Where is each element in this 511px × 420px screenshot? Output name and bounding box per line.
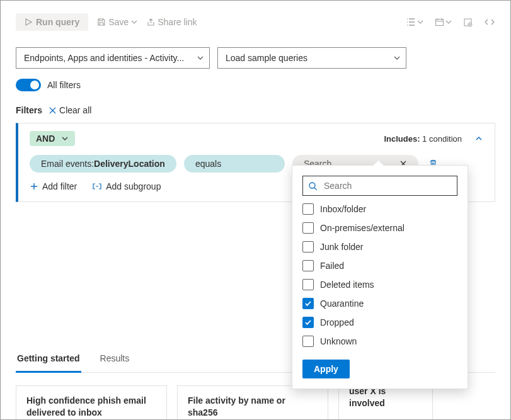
query-card[interactable]: user X is involved: [338, 385, 433, 420]
tab-getting-started[interactable]: Getting started: [16, 347, 81, 373]
popup-search-box[interactable]: [302, 176, 457, 196]
play-icon: [25, 18, 32, 26]
checkbox[interactable]: [302, 260, 314, 271]
option-row[interactable]: Inbox/folder: [302, 203, 457, 215]
command-bar-right: [406, 18, 495, 27]
field-name: DeliveryLocation: [94, 159, 165, 169]
card-title: user X is involved: [349, 386, 386, 408]
value-picker-popup: Inbox/folderOn-premises/externalJunk fol…: [292, 165, 468, 389]
all-filters-row: All filters: [16, 79, 495, 91]
checkbox[interactable]: [302, 222, 314, 234]
share-icon: [146, 18, 155, 26]
field-prefix: Email events:: [41, 159, 94, 169]
includes-value: 1 condition: [422, 134, 462, 144]
filters-header: Filters Clear all: [16, 105, 495, 115]
option-label: Junk folder: [320, 242, 363, 252]
close-icon: [49, 106, 57, 115]
popup-search-input[interactable]: [323, 180, 452, 191]
save-label: Save: [108, 17, 129, 27]
clear-all-button[interactable]: Clear all: [49, 105, 91, 115]
scope-dropdown[interactable]: Endpoints, Apps and identities - Activit…: [16, 47, 210, 69]
query-card[interactable]: High confidence phish email delivered to…: [16, 385, 167, 420]
includes-summary: Includes: 1 condition: [384, 134, 462, 144]
option-row[interactable]: Quarantine: [302, 298, 457, 309]
option-row[interactable]: Dropped: [302, 317, 457, 328]
list-view-button[interactable]: [406, 18, 423, 26]
all-filters-label: All filters: [47, 80, 81, 90]
editor-toggle-button[interactable]: [484, 18, 495, 26]
checkbox[interactable]: [302, 336, 314, 347]
clear-all-label: Clear all: [59, 105, 91, 115]
tab-label: Results: [100, 353, 130, 363]
option-row[interactable]: On-premises/external: [302, 222, 457, 234]
option-label: Inbox/folder: [320, 204, 366, 214]
checkbox[interactable]: [302, 241, 314, 253]
option-label: Quarantine: [320, 298, 364, 309]
includes-label: Includes:: [384, 134, 420, 144]
option-label: Unknown: [320, 336, 357, 346]
query-card[interactable]: File activity by name or sha256: [177, 385, 328, 420]
run-query-label: Run query: [36, 17, 79, 27]
card-title: High confidence phish email delivered to…: [26, 395, 146, 417]
tab-results[interactable]: Results: [99, 347, 131, 372]
add-subgroup-label: Add subgroup: [106, 181, 161, 191]
filter-group-header: AND Includes: 1 condition: [30, 131, 483, 146]
sample-label: Load sample queries: [226, 53, 307, 63]
app-frame: Run query Save Share link: [0, 0, 511, 420]
command-bar: Run query Save Share link: [16, 12, 495, 32]
share-label: Share link: [158, 17, 197, 27]
filter-field-pill[interactable]: Email events: DeliveryLocation: [30, 155, 176, 173]
filters-label: Filters: [16, 105, 42, 115]
date-button[interactable]: [435, 18, 452, 26]
run-query-button[interactable]: Run query: [16, 13, 88, 31]
logic-label: AND: [36, 133, 55, 144]
save-button[interactable]: Save: [97, 17, 137, 27]
schema-button[interactable]: [463, 18, 473, 27]
chevron-down-icon: [197, 54, 204, 62]
option-label: Deleted items: [320, 280, 374, 290]
option-row[interactable]: Deleted items: [302, 279, 457, 290]
checkbox[interactable]: [302, 279, 314, 290]
sample-queries-dropdown[interactable]: Load sample queries: [217, 47, 406, 69]
option-label: Dropped: [320, 317, 354, 327]
plus-icon: [30, 182, 38, 191]
add-filter-label: Add filter: [42, 181, 77, 191]
logic-operator-pill[interactable]: AND: [30, 131, 75, 146]
scope-label: Endpoints, Apps and identities - Activit…: [24, 53, 184, 63]
checkbox[interactable]: [302, 203, 314, 215]
option-row[interactable]: Unknown: [302, 336, 457, 347]
checkbox[interactable]: [302, 317, 314, 328]
svg-point-3: [309, 183, 315, 188]
chevron-down-icon: [61, 135, 69, 142]
cards-row: High confidence phish email delivered to…: [16, 385, 495, 420]
option-label: On-premises/external: [320, 223, 405, 233]
option-list: Inbox/folderOn-premises/externalJunk fol…: [302, 203, 457, 347]
add-filter-button[interactable]: Add filter: [30, 181, 77, 191]
subgroup-icon: [92, 182, 102, 191]
chevron-down-icon: [393, 54, 401, 62]
option-row[interactable]: Junk folder: [302, 241, 457, 253]
card-title: File activity by name or sha256: [188, 395, 285, 417]
add-subgroup-button[interactable]: Add subgroup: [92, 181, 161, 191]
checkbox[interactable]: [302, 298, 314, 309]
option-row[interactable]: Failed: [302, 260, 457, 271]
search-icon: [308, 181, 318, 191]
svg-rect-0: [436, 20, 444, 26]
dropdown-row: Endpoints, Apps and identities - Activit…: [16, 47, 495, 69]
tab-label: Getting started: [17, 353, 80, 363]
operator-label: equals: [195, 159, 221, 169]
save-icon: [97, 18, 106, 26]
share-link-button[interactable]: Share link: [146, 17, 197, 27]
collapse-button[interactable]: [474, 134, 483, 143]
option-label: Failed: [320, 261, 344, 271]
filter-operator-pill[interactable]: equals: [184, 155, 285, 173]
chevron-down-icon: [131, 19, 137, 25]
apply-button[interactable]: Apply: [302, 360, 350, 378]
apply-label: Apply: [314, 364, 338, 374]
all-filters-toggle[interactable]: [16, 79, 41, 91]
